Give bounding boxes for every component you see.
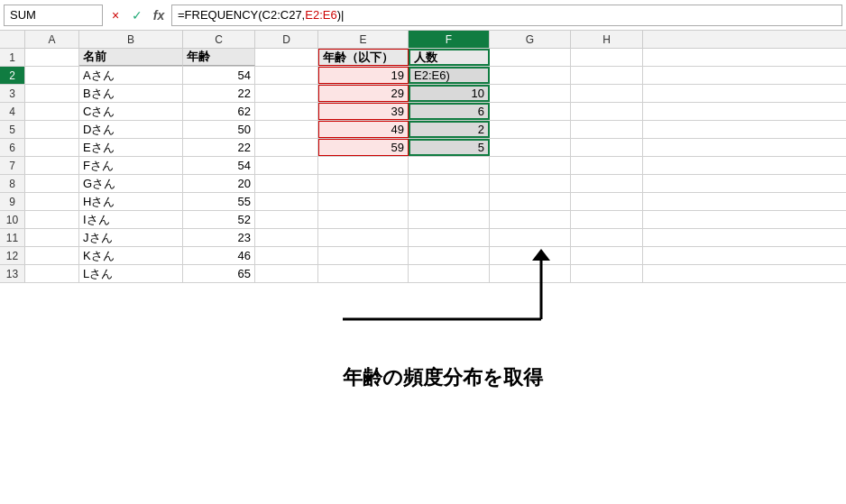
cell-e7[interactable] bbox=[318, 157, 409, 174]
cell-d9[interactable] bbox=[255, 193, 318, 210]
cell-a3[interactable] bbox=[25, 85, 79, 102]
cell-c7[interactable]: 54 bbox=[183, 157, 255, 174]
col-header-b[interactable]: B bbox=[79, 31, 183, 48]
cell-c12[interactable]: 46 bbox=[183, 247, 255, 264]
cell-e6[interactable]: 59 bbox=[318, 139, 409, 156]
fx-button[interactable]: fx bbox=[150, 5, 168, 26]
cell-c5[interactable]: 50 bbox=[183, 121, 255, 138]
cell-g9[interactable] bbox=[490, 193, 571, 210]
cell-b8[interactable]: Gさん bbox=[79, 175, 183, 192]
cell-f1[interactable]: 人数 bbox=[409, 49, 490, 66]
cell-c6[interactable]: 22 bbox=[183, 139, 255, 156]
cell-d8[interactable] bbox=[255, 175, 318, 192]
cell-a13[interactable] bbox=[25, 265, 79, 282]
cell-a7[interactable] bbox=[25, 157, 79, 174]
cell-e1[interactable]: 年齢（以下） bbox=[318, 49, 409, 66]
cell-e2[interactable]: 19 bbox=[318, 67, 409, 84]
cell-h6[interactable] bbox=[571, 139, 643, 156]
cell-d10[interactable] bbox=[255, 211, 318, 228]
cell-c8[interactable]: 20 bbox=[183, 175, 255, 192]
cell-b13[interactable]: Lさん bbox=[79, 265, 183, 282]
cell-h5[interactable] bbox=[571, 121, 643, 138]
cell-c2[interactable]: 54 bbox=[183, 67, 255, 84]
col-header-g[interactable]: G bbox=[490, 31, 571, 48]
cell-d7[interactable] bbox=[255, 157, 318, 174]
cell-a4[interactable] bbox=[25, 103, 79, 120]
cell-c4[interactable]: 62 bbox=[183, 103, 255, 120]
cell-d1[interactable] bbox=[255, 49, 318, 66]
cell-b1[interactable]: 名前 bbox=[79, 49, 183, 66]
cell-e8[interactable] bbox=[318, 175, 409, 192]
cell-e5[interactable]: 49 bbox=[318, 121, 409, 138]
cell-d12[interactable] bbox=[255, 247, 318, 264]
cell-h3[interactable] bbox=[571, 85, 643, 102]
cell-f3[interactable]: 10 bbox=[409, 85, 490, 102]
cell-a10[interactable] bbox=[25, 211, 79, 228]
cell-h1[interactable] bbox=[571, 49, 643, 66]
cell-b5[interactable]: Dさん bbox=[79, 121, 183, 138]
cell-c11[interactable]: 23 bbox=[183, 229, 255, 246]
col-header-e[interactable]: E bbox=[318, 31, 409, 48]
cell-b4[interactable]: Cさん bbox=[79, 103, 183, 120]
cell-h9[interactable] bbox=[571, 193, 643, 210]
cell-c9[interactable]: 55 bbox=[183, 193, 255, 210]
cell-d6[interactable] bbox=[255, 139, 318, 156]
cell-d13[interactable] bbox=[255, 265, 318, 282]
cell-e3[interactable]: 29 bbox=[318, 85, 409, 102]
cell-a2[interactable] bbox=[25, 67, 79, 84]
cell-b3[interactable]: Bさん bbox=[79, 85, 183, 102]
cell-b2[interactable]: Aさん bbox=[79, 67, 183, 84]
col-header-d[interactable]: D bbox=[255, 31, 318, 48]
cell-f4[interactable]: 6 bbox=[409, 103, 490, 120]
col-header-f[interactable]: F bbox=[409, 31, 490, 48]
cell-b12[interactable]: Kさん bbox=[79, 247, 183, 264]
cell-g2[interactable] bbox=[490, 67, 571, 84]
cell-b7[interactable]: Fさん bbox=[79, 157, 183, 174]
cell-e10[interactable] bbox=[318, 211, 409, 228]
cell-a8[interactable] bbox=[25, 175, 79, 192]
confirm-button[interactable]: ✓ bbox=[128, 5, 146, 26]
cell-h4[interactable] bbox=[571, 103, 643, 120]
cell-d3[interactable] bbox=[255, 85, 318, 102]
cell-b11[interactable]: Jさん bbox=[79, 229, 183, 246]
col-header-h[interactable]: H bbox=[571, 31, 643, 48]
cell-g11[interactable] bbox=[490, 229, 571, 246]
cell-d2[interactable] bbox=[255, 67, 318, 84]
cell-h7[interactable] bbox=[571, 157, 643, 174]
cell-a11[interactable] bbox=[25, 229, 79, 246]
cell-e4[interactable]: 39 bbox=[318, 103, 409, 120]
cell-g10[interactable] bbox=[490, 211, 571, 228]
cell-d11[interactable] bbox=[255, 229, 318, 246]
cell-a9[interactable] bbox=[25, 193, 79, 210]
cell-f10[interactable] bbox=[409, 211, 490, 228]
cell-d4[interactable] bbox=[255, 103, 318, 120]
cell-g1[interactable] bbox=[490, 49, 571, 66]
cell-b9[interactable]: Hさん bbox=[79, 193, 183, 210]
cell-h8[interactable] bbox=[571, 175, 643, 192]
cell-b6[interactable]: Eさん bbox=[79, 139, 183, 156]
cell-e11[interactable] bbox=[318, 229, 409, 246]
cell-a5[interactable] bbox=[25, 121, 79, 138]
cell-h11[interactable] bbox=[571, 229, 643, 246]
cell-a12[interactable] bbox=[25, 247, 79, 264]
cell-c1[interactable]: 年齢 bbox=[183, 49, 255, 66]
cell-f2[interactable]: E2:E6) bbox=[409, 67, 490, 84]
cell-h10[interactable] bbox=[571, 211, 643, 228]
cell-g3[interactable] bbox=[490, 85, 571, 102]
cell-f9[interactable] bbox=[409, 193, 490, 210]
cell-b10[interactable]: Iさん bbox=[79, 211, 183, 228]
cell-f5[interactable]: 2 bbox=[409, 121, 490, 138]
cell-f8[interactable] bbox=[409, 175, 490, 192]
cell-f7[interactable] bbox=[409, 157, 490, 174]
cell-c10[interactable]: 52 bbox=[183, 211, 255, 228]
cell-g8[interactable] bbox=[490, 175, 571, 192]
cell-d5[interactable] bbox=[255, 121, 318, 138]
cell-g5[interactable] bbox=[490, 121, 571, 138]
cell-g7[interactable] bbox=[490, 157, 571, 174]
cell-g4[interactable] bbox=[490, 103, 571, 120]
cell-f11[interactable] bbox=[409, 229, 490, 246]
cancel-button[interactable]: × bbox=[106, 5, 124, 26]
cell-a6[interactable] bbox=[25, 139, 79, 156]
col-header-a[interactable]: A bbox=[25, 31, 79, 48]
cell-h2[interactable] bbox=[571, 67, 643, 84]
